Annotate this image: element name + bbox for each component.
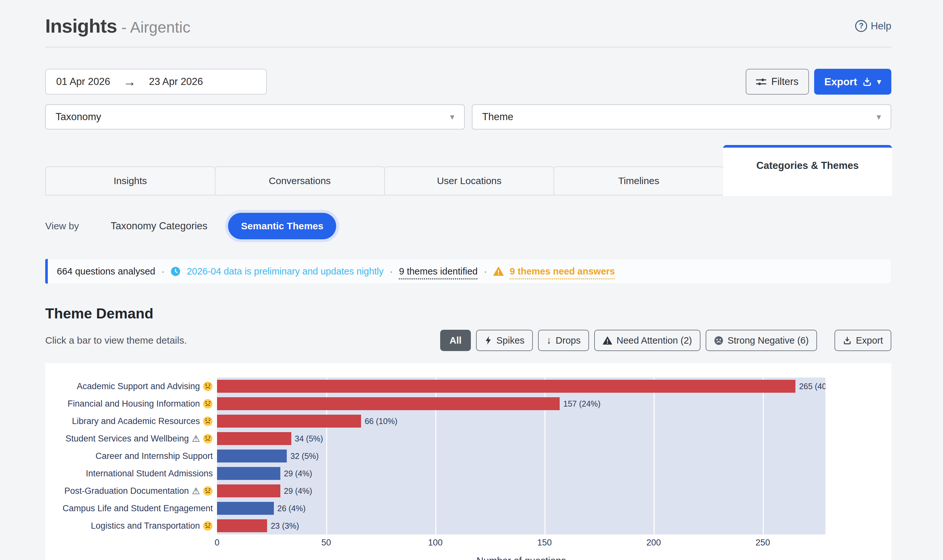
tab-insights[interactable]: Insights	[45, 166, 215, 195]
theme-bar-financial-and-housing-information[interactable]	[217, 397, 560, 410]
category-label: Financial and Housing Information	[45, 395, 217, 412]
bar-row: 29 (4%)	[217, 485, 312, 497]
gridline	[654, 377, 655, 534]
sliders-icon	[756, 78, 766, 86]
section-sub-row: Click a bar to view theme details. AllSp…	[45, 330, 891, 351]
chip-spikes[interactable]: Spikes	[476, 330, 533, 351]
chevron-down-icon: ▾	[877, 77, 881, 86]
chip-label: All	[449, 335, 462, 346]
theme-bar-library-and-academic-resources[interactable]	[217, 415, 361, 428]
theme-bar-academic-support-and-advising[interactable]	[217, 380, 795, 393]
section-title: Theme Demand	[45, 305, 891, 322]
bar-row: 265 (40%)	[217, 380, 825, 393]
view-by-option-taxonomy-categories[interactable]: Taxonomy Categories	[109, 220, 209, 232]
header: Insights - Airgentic ? Help	[45, 15, 891, 37]
chip-label: Spikes	[496, 335, 525, 346]
category-label: International Student Admissions	[45, 465, 217, 482]
info-bar: 664 questions analysed · 2026-04 data is…	[45, 259, 891, 284]
warning-icon	[603, 336, 612, 345]
theme-select-value: Theme	[482, 111, 513, 123]
help-label: Help	[871, 20, 891, 32]
x-tick: 200	[646, 538, 661, 548]
themes-identified[interactable]: 9 themes identified	[399, 266, 477, 277]
theme-bar-post-graduation-documentation[interactable]	[217, 485, 280, 497]
worried-emoji-icon	[203, 382, 213, 391]
theme-bar-career-and-internship-support[interactable]	[217, 449, 287, 463]
category-label-text: Academic Support and Advising	[77, 382, 200, 391]
chip-label: Need Attention (2)	[617, 335, 692, 346]
bar-row: 23 (3%)	[217, 519, 299, 532]
page-subtitle: - Airgentic	[122, 18, 190, 36]
category-label-text: International Student Admissions	[86, 469, 213, 478]
x-tick: 250	[755, 538, 770, 548]
tab-user-locations[interactable]: User Locations	[384, 166, 554, 195]
x-tick: 50	[322, 538, 331, 548]
category-label: Post-Graduation Documentation⚠	[45, 482, 217, 500]
bolt-icon	[485, 336, 492, 345]
help-icon: ?	[855, 20, 867, 32]
category-label-text: Logistics and Transportation	[91, 521, 200, 531]
x-tick: 100	[428, 538, 442, 548]
x-tick: 0	[214, 538, 219, 548]
category-label-text: Post-Graduation Documentation	[64, 486, 189, 496]
chip-label: Drops	[556, 335, 581, 346]
bar-value-label: 32 (5%)	[290, 451, 319, 461]
bar-value-label: 265 (40%)	[799, 382, 825, 391]
theme-select[interactable]: Theme ▾	[472, 104, 891, 129]
chip-need-attention-2[interactable]: Need Attention (2)	[594, 330, 700, 351]
theme-bar-campus-life-and-student-engagement[interactable]	[217, 502, 274, 515]
page-title: Insights	[45, 15, 117, 37]
bar-value-label: 23 (3%)	[271, 521, 299, 531]
caret-down-icon: ▾	[450, 112, 454, 122]
worried-emoji-icon	[203, 416, 213, 426]
chip-label: Strong Negative (6)	[728, 335, 809, 346]
category-label: Academic Support and Advising	[45, 377, 217, 395]
chip-strong-negative-6[interactable]: Strong Negative (6)	[706, 330, 817, 351]
bar-value-label: 26 (4%)	[277, 504, 306, 513]
tab-timelines[interactable]: Timelines	[554, 166, 724, 195]
worried-emoji-icon	[203, 486, 213, 496]
date-end[interactable]: 23 Apr 2026	[149, 76, 203, 88]
arrow-right-icon: →	[123, 75, 136, 88]
category-label-text: Career and Internship Support	[95, 451, 213, 461]
date-range-input[interactable]: 01 Apr 2026 → 23 Apr 2026	[45, 69, 267, 95]
frown-icon	[714, 336, 723, 345]
plot-area: 265 (40%)157 (24%)66 (10%)34 (5%)32 (5%)…	[217, 377, 825, 534]
controls-row: 01 Apr 2026 → 23 Apr 2026 Filters Export…	[45, 69, 891, 95]
help-button[interactable]: ? Help	[855, 20, 891, 32]
chip-drops[interactable]: ↓Drops	[538, 330, 589, 351]
chip-all[interactable]: All	[440, 330, 471, 351]
category-label: Campus Life and Student Engagement	[45, 500, 217, 517]
theme-bar-student-services-and-wellbeing[interactable]	[217, 432, 291, 445]
chip-export[interactable]: Export	[834, 330, 891, 351]
category-label-text: Library and Academic Resources	[72, 416, 200, 426]
themes-need-answers[interactable]: 9 themes need answers	[510, 266, 615, 277]
warning-icon	[493, 266, 504, 276]
tab-categories-themes[interactable]: Categories & Themes	[723, 145, 892, 195]
export-label: Export	[825, 76, 857, 88]
view-by-label: View by	[45, 221, 79, 232]
taxonomy-select[interactable]: Taxonomy ▾	[45, 104, 465, 129]
export-button[interactable]: Export ▾	[814, 69, 891, 95]
bar-value-label: 29 (4%)	[284, 486, 312, 496]
bar-row: 34 (5%)	[217, 432, 323, 445]
bar-row: 66 (10%)	[217, 415, 398, 428]
view-by-row: View by Taxonomy CategoriesSemantic Them…	[45, 213, 891, 239]
tab-conversations[interactable]: Conversations	[215, 166, 385, 195]
right-controls: Filters Export ▾	[746, 69, 891, 95]
theme-bar-international-student-admissions[interactable]	[217, 467, 280, 480]
view-by-option-semantic-themes[interactable]: Semantic Themes	[228, 213, 336, 239]
page: Insights - Airgentic ? Help 01 Apr 2026 …	[0, 0, 943, 560]
category-label: Student Services and Wellbeing⚠	[45, 430, 217, 447]
taxonomy-select-value: Taxonomy	[55, 111, 101, 123]
category-label-text: Campus Life and Student Engagement	[63, 503, 213, 514]
x-axis: 050100150200250	[217, 534, 825, 549]
date-start[interactable]: 01 Apr 2026	[56, 76, 110, 88]
clock-icon	[171, 266, 180, 277]
section-subtitle: Click a bar to view theme details.	[45, 335, 187, 346]
separator-dot: ·	[484, 266, 487, 277]
filters-button[interactable]: Filters	[746, 69, 809, 95]
theme-bar-logistics-and-transportation[interactable]	[217, 519, 267, 532]
x-axis-title: Number of questions	[217, 555, 825, 560]
download-icon	[862, 77, 872, 86]
